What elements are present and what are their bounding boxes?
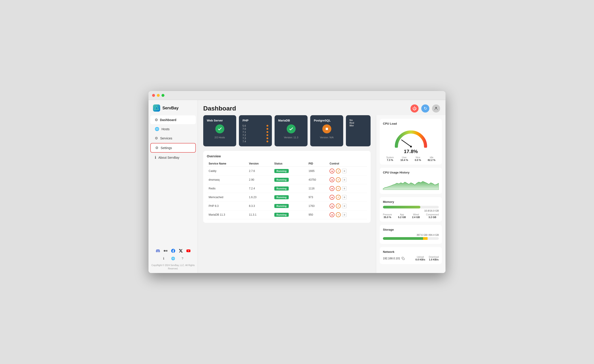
service-pid-cell: 950 [307, 211, 328, 219]
restart-button[interactable]: ↺ [336, 195, 341, 200]
restart-button[interactable]: ↺ [336, 204, 341, 208]
php-card[interactable]: PHP 5.6 7.0 7.1 7.2 7.3 7.4 [239, 115, 272, 146]
dashboard-icon: ⊙ [155, 118, 158, 122]
copy-icon[interactable] [402, 257, 405, 260]
service-name-cell: Redis [207, 184, 247, 193]
service-version-cell: 8.3.3 [247, 202, 273, 211]
discord-icon[interactable] [155, 248, 160, 253]
facebook-icon[interactable] [171, 248, 176, 253]
restart-button[interactable]: ↺ [336, 186, 341, 191]
sidebar-item-services-label: Services [160, 137, 172, 140]
svg-point-2 [163, 250, 165, 252]
app-body: ServBay ⊙ Dashboard 🌐 Hosts ⚙ Services ⚙… [148, 100, 446, 273]
twitter-icon[interactable] [178, 248, 183, 253]
status-badge: Running [274, 178, 289, 182]
mem-stat-app: App 5.2 GB [398, 213, 406, 218]
cpu-stats: System 7.3 % User 10.4 % Nice 0.0 % [383, 156, 439, 161]
status-badge: Running [274, 204, 289, 208]
maximize-button[interactable] [162, 94, 164, 97]
col-status: Status [273, 161, 307, 167]
close-button[interactable] [152, 94, 155, 97]
log-button[interactable]: ≡ [342, 195, 347, 199]
youtube-icon[interactable] [186, 248, 191, 253]
stop-button[interactable]: ■ [330, 212, 334, 217]
postgresql-subtitle: Version: N/A [320, 136, 334, 139]
storage-bar-green [383, 237, 423, 240]
stop-button[interactable]: ■ [330, 169, 334, 173]
control-buttons: ■ ↺ ≡ [330, 195, 365, 200]
network-section: Network 192.168.0.101 Upload 0.0 KB/s [380, 247, 442, 264]
main-panel: Web Server 2/2 Hosts PHP 5.6 7.0 [198, 115, 376, 273]
sidebar-item-about[interactable]: ℹ About ServBay [150, 153, 196, 162]
service-control-cell: ■ ↺ ≡ [328, 211, 367, 219]
php-ver-70: 7.0 [243, 127, 268, 130]
service-control-cell: ■ ↺ ≡ [328, 184, 367, 193]
main-header: Dashboard ⏻ ↻ [198, 100, 446, 115]
cpu-stat-system: System 7.3 % [386, 156, 394, 161]
service-name-cell: dnsmasq [207, 176, 247, 184]
service-version-cell: 2.7.6 [247, 167, 273, 176]
service-pid-cell: 973 [307, 193, 328, 202]
table-row: Caddy 2.7.6 Running 1665 ■ ↺ ≡ [207, 167, 367, 176]
table-row: dnsmasq 2.90 Running 43750 ■ ↺ ≡ [207, 176, 367, 184]
help-icon[interactable]: ? [180, 256, 185, 261]
svg-rect-6 [326, 128, 328, 130]
overview-section: Overview Service Name Version Status PID… [203, 151, 371, 223]
service-control-cell: ■ ↺ ≡ [328, 167, 367, 176]
info-icon[interactable]: ℹ [161, 256, 166, 261]
control-buttons: ■ ↺ ≡ [330, 169, 365, 173]
sidebar-item-dashboard[interactable]: ⊙ Dashboard [150, 115, 196, 124]
log-button[interactable]: ≡ [342, 178, 347, 182]
postgresql-status-icon [322, 124, 331, 133]
minimize-button[interactable] [157, 94, 160, 97]
service-name-cell: Caddy [207, 167, 247, 176]
log-button[interactable]: ≡ [342, 212, 347, 217]
hosts-icon: 🌐 [155, 127, 159, 131]
net-stat-download: Download 1.0 KB/s [429, 256, 439, 261]
service-version-cell: 11.3.1 [247, 211, 273, 219]
sidebar-item-hosts[interactable]: 🌐 Hosts [150, 125, 196, 133]
sidebar: ServBay ⊙ Dashboard 🌐 Hosts ⚙ Services ⚙… [148, 100, 198, 273]
sidebar-item-settings[interactable]: ⚙ Settings [150, 143, 196, 153]
php-ver-74: 7.4 [243, 140, 268, 143]
restart-button[interactable]: ↺ [336, 212, 341, 217]
mariadb-card[interactable]: MariaDB Version: 11.3 [275, 115, 308, 146]
log-button[interactable]: ≡ [342, 169, 347, 173]
stop-button[interactable]: ■ [330, 195, 334, 200]
refresh-button[interactable]: ↻ [421, 105, 429, 113]
power-button[interactable]: ⏻ [411, 105, 418, 113]
stop-button[interactable]: ■ [330, 177, 334, 182]
webserver-card[interactable]: Web Server 2/2 Hosts [203, 115, 236, 146]
memory-title: Memory [383, 200, 439, 204]
stop-button[interactable]: ■ [330, 204, 334, 208]
restart-button[interactable]: ↺ [336, 177, 341, 182]
network-ip: 192.168.0.101 [383, 257, 405, 260]
svg-line-7 [402, 140, 411, 146]
service-name-cell: MariaDB 11.3 [207, 211, 247, 219]
service-status-cell: Running [273, 202, 307, 211]
webserver-card-title: Web Server [207, 119, 223, 122]
globe-icon[interactable]: 🌐 [171, 256, 176, 261]
service-control-cell: ■ ↺ ≡ [328, 193, 367, 202]
php-ver-56: 5.6 [243, 124, 268, 127]
service-pid-cell: 1665 [307, 167, 328, 176]
sidebar-item-hosts-label: Hosts [162, 127, 169, 131]
other-title: NoRedMer [350, 119, 354, 127]
service-name-cell: Memcached [207, 193, 247, 202]
log-button[interactable]: ≡ [342, 186, 347, 191]
services-icon: ⚙ [155, 136, 158, 140]
user-button[interactable] [432, 105, 440, 113]
medium-icon[interactable] [163, 248, 168, 253]
restart-button[interactable]: ↺ [336, 169, 341, 173]
postgresql-card[interactable]: PostgreSQL Version: N/A [310, 115, 343, 146]
logo-icon [153, 105, 160, 112]
status-badge: Running [274, 195, 289, 199]
log-button[interactable]: ≡ [342, 204, 347, 208]
storage-section: Storage 397.6 GB/ 494.4 GB [380, 225, 442, 244]
stop-button[interactable]: ■ [330, 186, 334, 191]
sidebar-item-services[interactable]: ⚙ Services [150, 134, 196, 143]
postgresql-card-title: PostgreSQL [314, 119, 331, 122]
mem-stat-compressed: Compressed 3.2 GB [426, 213, 439, 218]
memory-bar-fill [383, 206, 420, 208]
php-card-title: PHP [243, 119, 249, 122]
